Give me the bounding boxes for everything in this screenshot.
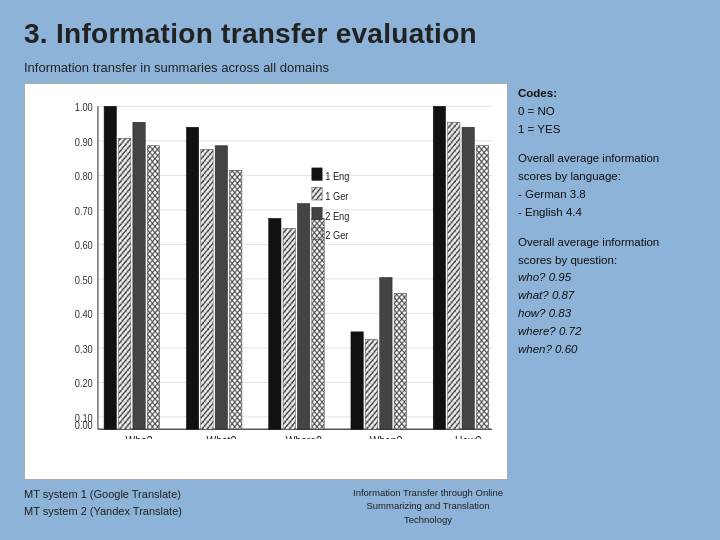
svg-rect-57 [312,188,322,200]
chart-container: 1.00 0.90 0.80 0.70 0.60 0.50 0.40 0.30 … [24,83,508,480]
svg-text:0.30: 0.30 [75,343,93,355]
svg-rect-54 [476,146,488,429]
svg-text:How?: How? [455,434,481,439]
svg-rect-38 [147,146,159,429]
svg-rect-36 [118,138,130,429]
svg-text:1.00: 1.00 [75,101,93,113]
right-panel: Codes: 0 = NO 1 = YES Overall average in… [518,83,696,526]
svg-text:When?: When? [370,434,403,439]
svg-rect-45 [297,204,309,430]
svg-rect-37 [133,122,145,429]
svg-rect-41 [215,146,227,429]
mt-system-1: MT system 1 (Google Translate) [24,486,182,503]
chart-footer-right: Information Transfer through Online Summ… [348,486,508,526]
codes-box: Codes: 0 = NO 1 = YES [518,85,696,138]
svg-rect-55 [312,168,322,180]
svg-rect-35 [104,106,116,429]
codes-yes: 1 = YES [518,121,696,139]
svg-text:What?: What? [206,434,236,439]
svg-text:2 Eng: 2 Eng [325,210,349,222]
svg-text:Where?: Where? [286,434,322,439]
svg-rect-48 [365,339,377,429]
content-area: 1.00 0.90 0.80 0.70 0.60 0.50 0.40 0.30 … [24,83,696,526]
svg-text:0.80: 0.80 [75,171,93,183]
svg-text:0.60: 0.60 [75,240,93,252]
svg-rect-53 [462,127,474,429]
svg-rect-40 [201,149,213,429]
overall-q-how: how? 0.83 [518,305,696,323]
svg-rect-47 [351,332,363,429]
svg-text:0.90: 0.90 [75,136,93,148]
svg-rect-49 [380,278,392,430]
overall-q-who: who? 0.95 [518,269,696,287]
mt-system-2: MT system 2 (Yandex Translate) [24,503,182,520]
overall-q-box: Overall average information scores by qu… [518,234,696,359]
overall-lang-english: - English 4.4 [518,204,696,222]
svg-text:0.70: 0.70 [75,205,93,217]
svg-rect-52 [448,122,460,429]
codes-label: Codes: [518,85,696,103]
svg-text:0.20: 0.20 [75,378,93,390]
svg-rect-44 [283,228,295,429]
svg-rect-46 [312,218,324,429]
slide-subtitle: Information transfer in summaries across… [24,60,696,75]
chart-footer-left: MT system 1 (Google Translate) MT system… [24,486,182,519]
overall-lang-label: Overall average information scores by la… [518,150,696,186]
svg-rect-50 [394,294,406,430]
overall-q-what: what? 0.87 [518,287,696,305]
svg-text:Who?: Who? [126,434,153,439]
overall-lang-german: - German 3.8 [518,186,696,204]
svg-text:0.50: 0.50 [75,274,93,286]
svg-rect-42 [230,170,242,429]
bar-chart: 1.00 0.90 0.80 0.70 0.60 0.50 0.40 0.30 … [65,94,497,439]
codes-no: 0 = NO [518,103,696,121]
overall-q-label: Overall average information scores by qu… [518,234,696,270]
slide: 3. Information transfer evaluation Infor… [0,0,720,540]
svg-text:1 Eng: 1 Eng [325,171,349,183]
svg-rect-39 [186,127,198,429]
overall-lang-box: Overall average information scores by la… [518,150,696,221]
svg-rect-51 [433,106,445,429]
svg-rect-59 [312,207,322,219]
slide-title: 3. Information transfer evaluation [24,18,696,50]
svg-text:1 Ger: 1 Ger [325,190,349,202]
chart-footer: MT system 1 (Google Translate) MT system… [24,486,508,526]
svg-rect-43 [269,218,281,429]
svg-rect-61 [312,227,322,239]
svg-text:2 Ger: 2 Ger [325,230,349,242]
chart-section: 1.00 0.90 0.80 0.70 0.60 0.50 0.40 0.30 … [24,83,508,526]
overall-q-when: when? 0.60 [518,341,696,359]
overall-q-where: where? 0.72 [518,323,696,341]
svg-text:0.40: 0.40 [75,309,93,321]
svg-text:0.00: 0.00 [75,419,93,431]
